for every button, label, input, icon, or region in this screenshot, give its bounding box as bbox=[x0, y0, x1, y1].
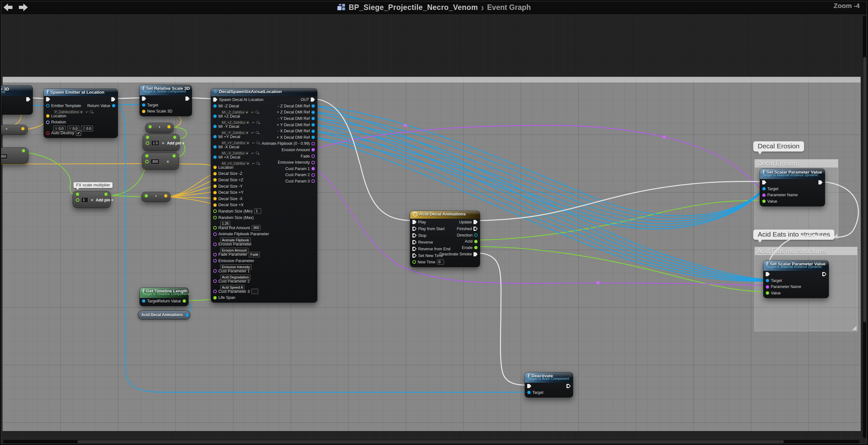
wire-location-main[interactable] bbox=[0, 164, 215, 166]
deactivate-smoke-pin[interactable] bbox=[473, 252, 478, 256]
new-time-pin[interactable] bbox=[412, 260, 416, 264]
relative-scale-partial[interactable]: ƒSet Relative Scale 3DTarget is Scene Co… bbox=[0, 86, 33, 115]
location-pin[interactable] bbox=[46, 114, 50, 118]
input-pin[interactable] bbox=[145, 154, 149, 158]
set-relative-scale[interactable]: ƒSet Relative Scale 3DTarget is Scene Co… bbox=[140, 85, 192, 116]
animate-flipbook-0-0-99-pin[interactable] bbox=[311, 142, 315, 146]
output-pin[interactable] bbox=[173, 135, 177, 139]
vector-field-z[interactable]: Z0.0 bbox=[81, 126, 93, 131]
dot-a[interactable]: • bbox=[146, 123, 174, 133]
output-pin[interactable] bbox=[22, 149, 25, 153]
y-decal-dmi-ref-pin[interactable] bbox=[311, 117, 315, 120]
set-scalar-erosion[interactable]: ƒSet Scalar Parameter ValueTarget is Mat… bbox=[760, 169, 825, 206]
edge-350[interactable]: 350 bbox=[0, 148, 28, 164]
wire-update-to-setscalar[interactable] bbox=[476, 181, 764, 221]
x-decal-dmi-ref-pin[interactable] bbox=[311, 129, 315, 133]
acid-pin[interactable] bbox=[474, 240, 478, 243]
life-span-pin[interactable] bbox=[213, 296, 217, 299]
animate-flipbook-parameter-pin[interactable] bbox=[213, 232, 217, 236]
pin-pin[interactable] bbox=[818, 180, 823, 185]
value-field[interactable]: 1.5 bbox=[151, 140, 159, 146]
input-pin[interactable] bbox=[145, 160, 149, 163]
pin-pin[interactable] bbox=[111, 97, 116, 101]
wire-dmi-top[interactable] bbox=[314, 105, 764, 216]
variable-output-pin[interactable] bbox=[185, 313, 189, 317]
decal-spawn-six-axis[interactable]: ⚙DecalSpawnSixAxisatLocationSpawn Decal … bbox=[211, 89, 317, 303]
erode-pin[interactable] bbox=[474, 246, 478, 249]
auto-destroy-pin[interactable] bbox=[46, 131, 50, 135]
wire-decal-size[interactable] bbox=[166, 179, 215, 197]
input-pin[interactable] bbox=[76, 198, 79, 202]
input-pin[interactable] bbox=[148, 125, 152, 128]
get-timeline-length[interactable]: ƒGet Timeline LengthTarget is Timeline C… bbox=[140, 288, 188, 306]
z-decal-dmi-ref-pin[interactable] bbox=[311, 104, 315, 108]
pin-pin[interactable] bbox=[185, 97, 190, 101]
finished-pin[interactable] bbox=[473, 227, 478, 231]
value-field[interactable]: 300 bbox=[151, 159, 159, 164]
input-pin[interactable] bbox=[76, 192, 79, 196]
value-field[interactable] bbox=[251, 289, 258, 294]
pin-pin[interactable] bbox=[26, 97, 30, 101]
random-size-max-pin[interactable] bbox=[213, 216, 217, 219]
decal-size-y-pin[interactable] bbox=[213, 191, 217, 194]
wire-dmi-top[interactable] bbox=[314, 112, 764, 218]
mult-300[interactable]: 300× bbox=[142, 153, 179, 169]
value-field[interactable]: Fade bbox=[249, 252, 260, 257]
update-pin[interactable] bbox=[473, 220, 478, 224]
wire-dmi-bottom[interactable] bbox=[314, 112, 768, 280]
wire-exec-out-to-play[interactable] bbox=[314, 99, 414, 221]
output-pin[interactable] bbox=[167, 125, 171, 128]
add-pin-button[interactable]: Add pin + bbox=[96, 198, 114, 202]
horizontal-scrollbar-handle[interactable] bbox=[78, 440, 784, 443]
mult-15[interactable]: 1.5×Add pin + bbox=[143, 134, 179, 151]
return-value-pin[interactable] bbox=[112, 104, 116, 107]
output-pin[interactable] bbox=[164, 194, 167, 197]
value-pin[interactable] bbox=[762, 199, 766, 203]
cust-parameter-3-pin[interactable] bbox=[213, 290, 217, 293]
random-size-min-pin[interactable] bbox=[213, 210, 217, 213]
parameter-name-pin[interactable] bbox=[762, 193, 766, 197]
output-pin[interactable] bbox=[172, 154, 176, 158]
set-scalar-acid[interactable]: ƒSet Scalar Parameter ValueTarget is Mat… bbox=[764, 260, 829, 298]
emissive-parameter-pin[interactable] bbox=[213, 259, 217, 262]
breadcrumb-blueprint-name[interactable]: BP_Siege_Projectile_Necro_Venom bbox=[349, 3, 478, 12]
parameter-name-pin[interactable] bbox=[766, 285, 769, 289]
direction-pin[interactable] bbox=[474, 233, 478, 237]
decal-size-x-pin[interactable] bbox=[213, 203, 217, 207]
acid-timeline-header[interactable]: Acid Decal Animations bbox=[410, 211, 480, 219]
cust-parameter-1-pin[interactable] bbox=[213, 269, 217, 273]
spawn-emitter[interactable]: ƒSpawn Emitter at LocationEmitter Templa… bbox=[44, 89, 118, 138]
wire-fx-to-300[interactable] bbox=[111, 160, 147, 196]
y-decal-dmi-ref-pin[interactable] bbox=[311, 123, 315, 127]
add-pin-button[interactable]: Add pin + bbox=[167, 141, 184, 146]
wire-dmi-bottom[interactable] bbox=[314, 131, 768, 281]
pin-pin[interactable] bbox=[566, 384, 571, 388]
acid-timeline[interactable]: Acid Decal AnimationsPlayPlay from Start… bbox=[410, 211, 480, 267]
value-field[interactable]: 0 bbox=[437, 259, 444, 265]
rand-rot-amount-pin[interactable] bbox=[213, 226, 217, 229]
vertical-scrollbar[interactable] bbox=[863, 15, 866, 438]
decal-size-x-pin[interactable] bbox=[213, 197, 217, 200]
emissive-intensity-pin[interactable] bbox=[311, 161, 315, 164]
dot-b[interactable]: • bbox=[142, 192, 170, 202]
pin-pin[interactable] bbox=[822, 272, 827, 276]
fade-pin[interactable] bbox=[311, 154, 315, 158]
new-scale-3d-pin[interactable] bbox=[142, 110, 146, 113]
acid-decal-var[interactable]: Acid Decal Animations bbox=[138, 311, 190, 319]
output-pin[interactable] bbox=[104, 192, 108, 196]
x-decal-dmi-ref-pin[interactable] bbox=[311, 135, 315, 139]
output-pin[interactable] bbox=[21, 127, 25, 130]
spawn-emitter-header[interactable]: ƒSpawn Emitter at Location bbox=[44, 89, 118, 96]
target-pin[interactable] bbox=[527, 391, 531, 394]
target-pin[interactable] bbox=[766, 279, 769, 282]
input-pin[interactable] bbox=[145, 194, 148, 197]
value-field[interactable]: 1 bbox=[254, 209, 261, 214]
input-pin[interactable] bbox=[146, 135, 149, 139]
erosion-parameter-pin[interactable] bbox=[213, 243, 217, 246]
z-decal-dmi-ref-pin[interactable] bbox=[311, 110, 315, 114]
wire-dmi-bottom[interactable] bbox=[314, 137, 768, 281]
nav-back-button[interactable] bbox=[1, 2, 16, 13]
search-icon[interactable] bbox=[90, 110, 93, 113]
value-field[interactable]: 360 bbox=[252, 225, 260, 230]
value-field[interactable]: 1 bbox=[81, 197, 88, 203]
